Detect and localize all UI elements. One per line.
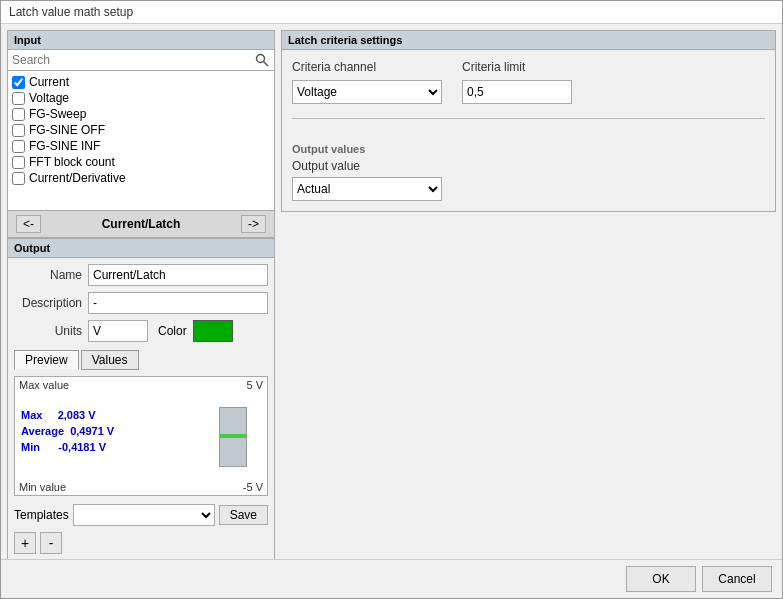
templates-label: Templates [14, 508, 69, 522]
save-button[interactable]: Save [219, 505, 268, 525]
name-row: Name [14, 264, 268, 286]
criteria-row: Criteria channel Voltage Criteria limit [292, 60, 765, 104]
search-input[interactable] [12, 53, 254, 67]
right-content: Criteria channel Voltage Criteria limit … [281, 50, 776, 212]
tab-values[interactable]: Values [81, 350, 139, 370]
channel-item[interactable]: FG-Sweep [12, 107, 270, 121]
dialog-container: Latch value math setup Input CurrentVolt… [0, 0, 783, 599]
chart-min-label: -5 V [243, 481, 263, 493]
output-values-section: Output values Output value Actual [292, 137, 765, 201]
channel-item[interactable]: FG-SINE INF [12, 139, 270, 153]
bar-fill [220, 434, 246, 439]
units-input[interactable] [88, 320, 148, 342]
title-bar: Latch value math setup [1, 1, 782, 24]
channel-item[interactable]: FFT block count [12, 155, 270, 169]
criteria-channel-select[interactable]: Voltage [292, 80, 442, 104]
search-row [7, 50, 275, 71]
left-panel: Input CurrentVoltageFG-SweepFG-SINE OFFF… [7, 30, 275, 553]
criteria-channel-group: Criteria channel Voltage [292, 60, 442, 104]
plus-minus-row: + - [14, 532, 268, 554]
remove-template-button[interactable]: - [40, 532, 62, 554]
criteria-limit-label: Criteria limit [462, 60, 572, 74]
channel-item[interactable]: Current/Derivative [12, 171, 270, 185]
output-section-header: Output [7, 238, 275, 258]
nav-next-button[interactable]: -> [241, 215, 266, 233]
input-section-header: Input [7, 30, 275, 50]
dialog-title: Latch value math setup [9, 5, 133, 19]
description-label: Description [14, 296, 82, 310]
bar-container [219, 407, 247, 467]
templates-row: Templates Save [14, 504, 268, 526]
criteria-channel-label: Criteria channel [292, 60, 442, 74]
criteria-limit-group: Criteria limit [462, 60, 572, 104]
nav-prev-button[interactable]: <- [16, 215, 41, 233]
search-icon[interactable] [254, 52, 270, 68]
output-values-header: Output values [292, 143, 765, 155]
output-value-group: Output value Actual [292, 159, 765, 201]
output-section: Name Description Units Color Previe [7, 258, 275, 559]
description-input[interactable] [88, 292, 268, 314]
channel-item[interactable]: FG-SINE OFF [12, 123, 270, 137]
output-value-select[interactable]: Actual [292, 177, 442, 201]
right-panel: Latch criteria settings Criteria channel… [281, 30, 776, 553]
chart-max-label: 5 V [246, 379, 263, 391]
ok-button[interactable]: OK [626, 566, 696, 592]
svg-line-1 [264, 62, 269, 67]
output-value-label: Output value [292, 159, 765, 173]
color-picker[interactable] [193, 320, 233, 342]
svg-point-0 [257, 55, 265, 63]
units-label: Units [14, 324, 82, 338]
latch-criteria-header: Latch criteria settings [281, 30, 776, 50]
dialog-body: Input CurrentVoltageFG-SweepFG-SINE OFFF… [1, 24, 782, 559]
templates-select[interactable] [73, 504, 215, 526]
color-label: Color [158, 324, 187, 338]
right-divider [292, 118, 765, 119]
chart-area: 5 V Max value Max 2,083 V Average 0,4971… [14, 376, 268, 496]
channel-list: CurrentVoltageFG-SweepFG-SINE OFFFG-SINE… [7, 71, 275, 211]
channel-item[interactable]: Current [12, 75, 270, 89]
chart-min-value-label: Min value [19, 481, 66, 493]
name-input[interactable] [88, 264, 268, 286]
units-color-row: Units Color [14, 320, 268, 342]
tab-preview[interactable]: Preview [14, 350, 79, 370]
chart-inner: 5 V Max value Max 2,083 V Average 0,4971… [15, 377, 267, 495]
preview-tabs: Preview Values [14, 350, 268, 370]
dialog-footer: OK Cancel [1, 559, 782, 598]
cancel-button[interactable]: Cancel [702, 566, 772, 592]
criteria-limit-input[interactable] [462, 80, 572, 104]
nav-row: <- Current/Latch -> [7, 211, 275, 238]
chart-stats: Max 2,083 V Average 0,4971 V Min -0,4181… [21, 407, 114, 455]
name-label: Name [14, 268, 82, 282]
add-template-button[interactable]: + [14, 532, 36, 554]
chart-max-value-label: Max value [19, 379, 69, 391]
nav-label: Current/Latch [102, 217, 181, 231]
description-row: Description [14, 292, 268, 314]
channel-item[interactable]: Voltage [12, 91, 270, 105]
